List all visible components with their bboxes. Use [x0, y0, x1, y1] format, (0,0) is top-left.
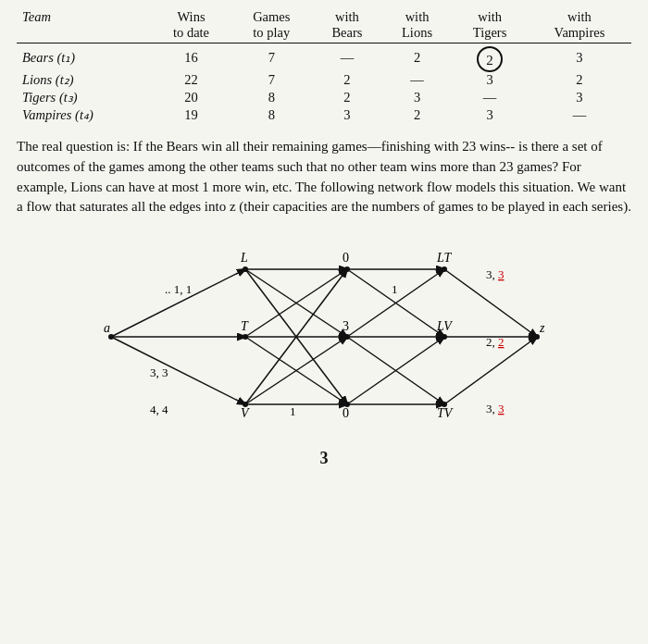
node-a-label: a — [104, 321, 110, 335]
node-z-label: z — [539, 321, 545, 335]
tigers-header-bot: Tigers — [452, 25, 528, 43]
node-V-label: V — [241, 406, 250, 420]
edge-mid-1-label: 1 — [392, 282, 398, 296]
svg-point-23 — [243, 266, 248, 272]
lions-cell: 2 — [382, 43, 453, 72]
wins-header-bot: to date — [152, 25, 231, 43]
svg-point-27 — [344, 334, 350, 340]
table-body: Bears (t₁)167—223Lions (t₂)2272—32Tigers… — [17, 43, 631, 125]
node-TV-label: TV — [437, 406, 454, 420]
svg-point-29 — [442, 266, 447, 272]
tigers-cell: 3 — [452, 71, 528, 89]
node-3mid-label: 3 — [343, 319, 349, 333]
lions-cell: 2 — [382, 106, 453, 124]
edge-a-L-label: .. 1, 1 — [165, 282, 192, 296]
vampires-cell: 2 — [528, 71, 631, 89]
diagram-svg: a L T V 0 3 0 LT LV TV z .. 1, 1 4, 4 3,… — [83, 230, 565, 443]
edge-bot-1-label: 1 — [290, 404, 296, 418]
edge-TV-z-label: 3, 3 — [486, 402, 505, 415]
wins-cell: 20 — [152, 89, 231, 106]
table-header-top: Team Wins Games with with with with — [17, 9, 631, 25]
vampires-cell: 3 — [528, 89, 631, 106]
tigers-cell: 2 — [452, 43, 528, 72]
svg-point-30 — [442, 334, 447, 340]
explanation-paragraph: The real question is: If the Bears win a… — [17, 137, 631, 217]
standings-table-container: Team Wins Games with with with with to d… — [17, 9, 631, 124]
bears-header-top: with — [312, 9, 382, 25]
node-LV-label: LV — [436, 319, 453, 333]
standings-table: Team Wins Games with with with with to d… — [17, 9, 631, 124]
vampires-header-top: with — [528, 9, 631, 25]
games-cell: 7 — [231, 43, 312, 72]
svg-line-0 — [111, 269, 245, 337]
vampires-header-bot: Vampires — [528, 25, 631, 43]
edge-LT-z-label: 3, 3 — [486, 267, 505, 281]
games-header-top: Games — [231, 9, 312, 25]
edge-a-T-label: 3, 3 — [150, 365, 168, 379]
lions-cell: 3 — [382, 89, 453, 106]
games-cell: 8 — [231, 89, 312, 106]
node-0bot-label: 0 — [343, 406, 349, 420]
team-col-subheader — [17, 25, 152, 43]
table-row: Vampires (t₄)198323— — [17, 106, 631, 124]
team-cell: Vampires (t₄) — [17, 106, 152, 124]
tigers-header-top: with — [452, 9, 528, 25]
bears-cell: 2 — [312, 89, 382, 106]
vampires-cell: 3 — [528, 43, 631, 72]
edge-LV-z-label: 2, 2 — [486, 335, 505, 349]
node-L-label: L — [240, 251, 248, 265]
games-cell: 8 — [231, 106, 312, 124]
node-LT-label: LT — [436, 251, 453, 265]
wins-cell: 22 — [152, 71, 231, 89]
table-row: Lions (t₂)2272—32 — [17, 71, 631, 89]
team-cell: Bears (t₁) — [17, 43, 152, 72]
lions-header-top: with — [382, 9, 453, 25]
node-0top-label: 0 — [343, 251, 349, 265]
games-header-bot: to play — [231, 25, 312, 43]
team-cell: Tigers (t₃) — [17, 89, 152, 106]
lions-cell: — — [382, 71, 453, 89]
bears-cell: — — [312, 43, 382, 72]
table-row: Bears (t₁)167—223 — [17, 43, 631, 72]
svg-point-24 — [243, 334, 248, 340]
team-col-header: Team — [17, 9, 152, 25]
bottom-number: 3 — [17, 449, 631, 468]
games-cell: 7 — [231, 71, 312, 89]
node-T-label: T — [241, 319, 249, 333]
bears-cell: 2 — [312, 71, 382, 89]
svg-point-26 — [344, 266, 350, 272]
bears-cell: 3 — [312, 106, 382, 124]
edge-a-V-label: 4, 4 — [150, 402, 168, 416]
team-cell: Lions (t₂) — [17, 71, 152, 89]
table-header-bottom: to date to play Bears Lions Tigers Vampi… — [17, 25, 631, 43]
lions-header-bot: Lions — [382, 25, 453, 43]
wins-cell: 16 — [152, 43, 231, 72]
table-row: Tigers (t₃)20823—3 — [17, 89, 631, 106]
wins-cell: 19 — [152, 106, 231, 124]
vampires-cell: — — [528, 106, 631, 124]
tigers-cell: 3 — [452, 106, 528, 124]
bears-header-bot: Bears — [312, 25, 382, 43]
wins-header-top: Wins — [152, 9, 231, 25]
tigers-cell: — — [452, 89, 528, 106]
svg-line-2 — [111, 337, 245, 404]
network-diagram: a L T V 0 3 0 LT LV TV z .. 1, 1 4, 4 3,… — [83, 230, 565, 443]
